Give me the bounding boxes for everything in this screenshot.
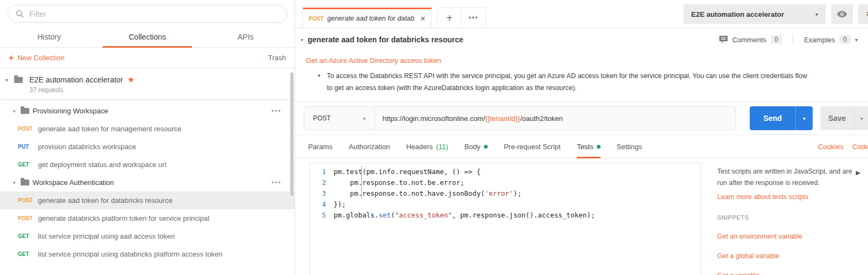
- sidebar-tabs: History Collections APIs: [0, 26, 295, 48]
- tab-body[interactable]: Body: [464, 135, 488, 158]
- code-line: 3 pm.response.to.not.have.jsonBody('erro…: [310, 188, 700, 199]
- environment-name: E2E automation accelerator: [691, 10, 784, 18]
- tab-collections[interactable]: Collections: [98, 26, 196, 47]
- save-button[interactable]: Save: [820, 106, 854, 130]
- cookies-link[interactable]: Cookies: [818, 143, 844, 151]
- sidebar-scrollbar[interactable]: [290, 72, 293, 196]
- code-function: set: [379, 210, 391, 221]
- tab-label: Body: [464, 143, 481, 151]
- tab-buttons: + •••: [437, 8, 486, 28]
- tab-label: Params: [308, 143, 333, 151]
- request-item[interactable]: GET list service principal using databri…: [0, 245, 295, 263]
- folder-provisioning-workspace[interactable]: ▾ Provisioning Workspace •••: [0, 102, 295, 120]
- tab-pre-request-script[interactable]: Pre-request Script: [504, 135, 561, 158]
- send-options-button[interactable]: ▾: [795, 106, 813, 130]
- chevron-down-icon[interactable]: ▾: [13, 108, 21, 114]
- request-item[interactable]: PUT provision databricks workspace: [0, 138, 295, 156]
- collapse-panel-arrow-icon[interactable]: ▶: [856, 169, 860, 176]
- request-title: generate aad token for databricks resour…: [308, 35, 463, 44]
- snippet-get-global-variable[interactable]: Get a global variable: [717, 252, 855, 260]
- line-number: 4: [310, 199, 334, 210]
- request-tab-bar: POST generate aad token for datab... ✕ +…: [295, 0, 868, 28]
- chevron-down-icon[interactable]: ▾: [13, 180, 21, 186]
- postman-app: History Collections APIs + New Collectio…: [0, 0, 868, 275]
- chevron-down-icon[interactable]: ▾: [5, 75, 14, 94]
- snippets-heading: SNIPPETS: [717, 214, 855, 221]
- chevron-down-icon: ▾: [815, 11, 818, 17]
- tab-authorization[interactable]: Authorization: [349, 135, 390, 158]
- filter-input[interactable]: [29, 10, 279, 18]
- method-badge: POST: [18, 197, 36, 203]
- send-button-group: Send ▾: [750, 106, 813, 130]
- filter-search-box[interactable]: [8, 5, 287, 23]
- method-badge: PUT: [18, 144, 36, 150]
- request-section-tabs: Params Authorization Headers(11) Body Pr…: [295, 135, 868, 158]
- code-segment: pm.response.to.not.be.error;: [334, 177, 464, 188]
- more-options-icon[interactable]: •••: [271, 107, 282, 115]
- code-segment: pm.test(pm.info.requestName, () => {: [334, 167, 481, 177]
- learn-more-link[interactable]: Learn more about tests scripts: [717, 193, 808, 201]
- tab-tests[interactable]: Tests: [577, 135, 600, 158]
- more-options-icon[interactable]: •••: [271, 179, 282, 187]
- snippet-get-variable[interactable]: Get a variable: [717, 272, 855, 275]
- favorite-star-icon[interactable]: ★: [127, 75, 135, 85]
- tests-code-editor[interactable]: 1 pm.test(pm.info.requestName, () => { 2…: [309, 163, 701, 275]
- request-header: ▾ generate aad token for databricks reso…: [295, 28, 868, 51]
- new-tab-button[interactable]: +: [438, 8, 462, 28]
- save-options-button[interactable]: ▾: [854, 106, 868, 130]
- request-item[interactable]: GET get deployment status and workspace …: [0, 156, 295, 174]
- request-label: generate aad token for management resour…: [38, 125, 182, 133]
- chevron-down-icon: ▾: [363, 116, 366, 121]
- examples-button[interactable]: Examples 0 ▾: [804, 35, 858, 44]
- snippet-get-environment-variable[interactable]: Get an environment variable: [717, 233, 855, 240]
- more-options-icon: •••: [469, 14, 479, 22]
- settings-button[interactable]: ⚙: [858, 4, 868, 24]
- request-item[interactable]: POST generate aad token for management r…: [0, 120, 295, 138]
- headers-count: (11): [436, 143, 448, 151]
- code-line: 2 pm.response.to.not.be.error;: [310, 177, 700, 188]
- request-label: generate databricks platform token for s…: [38, 214, 209, 222]
- new-collection-button[interactable]: + New Collection: [9, 54, 65, 62]
- chevron-down-icon[interactable]: ▾: [301, 37, 303, 43]
- send-button[interactable]: Send: [750, 106, 795, 130]
- folder-workspace-authentication[interactable]: ▾ Workspace Authentication •••: [0, 174, 295, 191]
- tab-headers[interactable]: Headers(11): [406, 135, 448, 158]
- collection-root[interactable]: ▾ E2E automation accelerator ★ 37 reques…: [0, 68, 295, 100]
- environment-area: E2E automation accelerator ▾ ⚙: [684, 0, 868, 28]
- trash-button[interactable]: Trash: [268, 54, 286, 62]
- environment-selector[interactable]: E2E automation accelerator ▾: [684, 4, 826, 24]
- request-label: get deployment status and workspace url: [38, 161, 166, 169]
- comments-button[interactable]: Comments 0: [719, 35, 782, 44]
- code-link[interactable]: Code: [852, 143, 868, 151]
- url-box: POST ▾ https://login.microsoftonline.com…: [304, 106, 736, 130]
- code-segment: (: [391, 210, 395, 221]
- tab-label: Pre-request Script: [504, 143, 561, 151]
- line-number: 5: [310, 210, 334, 221]
- code-segment: , pm.response.json().access_token);: [452, 210, 595, 221]
- line-number: 2: [310, 177, 334, 188]
- tab-options-button[interactable]: •••: [462, 8, 486, 28]
- save-button-group: Save ▾: [820, 106, 868, 130]
- request-label: provision databricks workspace: [38, 143, 136, 151]
- tab-params[interactable]: Params: [308, 135, 333, 158]
- environment-quick-look-button[interactable]: [831, 4, 853, 24]
- tab-history[interactable]: History: [0, 26, 98, 47]
- description-text: To access the Databricks REST API with t…: [327, 70, 810, 94]
- editor-cursor: [361, 166, 362, 199]
- request-item-selected[interactable]: POST generate aad token for databricks r…: [0, 191, 295, 209]
- url-suffix: /oauth2/token: [520, 114, 563, 123]
- tab-apis[interactable]: APIs: [196, 26, 295, 47]
- tab-settings[interactable]: Settings: [617, 135, 642, 158]
- url-input[interactable]: https://login.microsoftonline.com/{{tena…: [375, 114, 563, 123]
- method-selector[interactable]: POST ▾: [304, 107, 375, 130]
- chevron-down-icon: ▾: [855, 37, 858, 43]
- chevron-down-icon: ▾: [803, 116, 806, 121]
- tab-label: Authorization: [349, 143, 390, 151]
- open-request-tab[interactable]: POST generate aad token for datab... ✕: [303, 8, 432, 28]
- code-segment: pm.response.to.not.have.jsonBody(: [334, 188, 484, 199]
- close-icon[interactable]: ✕: [420, 15, 426, 23]
- description-link[interactable]: Get an Azure Active Directory access tok…: [306, 56, 441, 65]
- request-item[interactable]: GET list service principal using aad acc…: [0, 227, 295, 245]
- request-item[interactable]: POST generate databricks platform token …: [0, 209, 295, 227]
- tab-title: generate aad token for datab...: [327, 15, 415, 22]
